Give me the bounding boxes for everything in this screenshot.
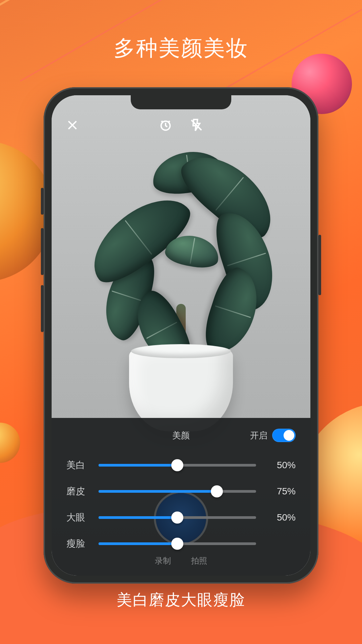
phone-screen: 录制 拍照 美颜 开启 美白50%磨皮75%大眼50%瘦脸 (52, 95, 310, 576)
slider-label: 大眼 (66, 511, 89, 524)
slider-fill (99, 516, 177, 519)
slider-label: 磨皮 (66, 485, 89, 498)
beauty-slider-row: 瘦脸 (66, 531, 296, 557)
slider-thumb[interactable] (211, 485, 223, 497)
phone-side-button (41, 188, 44, 215)
slider-label: 瘦脸 (66, 537, 89, 550)
phone-mockup: 录制 拍照 美颜 开启 美白50%磨皮75%大眼50%瘦脸 (44, 87, 318, 584)
decor-line (0, 0, 222, 29)
beauty-slider-row: 大眼50% (66, 504, 296, 531)
camera-top-toolbar (52, 113, 310, 137)
capture-mode-switch[interactable]: 录制 拍照 (155, 555, 207, 566)
slider-track[interactable] (99, 490, 256, 493)
phone-side-button (318, 235, 321, 295)
slider-fill (99, 542, 177, 545)
slider-thumb[interactable] (171, 538, 183, 550)
timer-icon[interactable] (158, 118, 173, 132)
page-title: 多种美颜美妆 (0, 34, 362, 63)
slider-track[interactable] (99, 516, 256, 519)
page-subtitle: 美白磨皮大眼瘦脸 (0, 590, 362, 610)
slider-fill (99, 490, 217, 493)
slider-fill (99, 464, 177, 467)
mode-record[interactable]: 录制 (155, 555, 171, 566)
beauty-slider-row: 磨皮75% (66, 478, 296, 504)
slider-thumb[interactable] (171, 459, 183, 471)
phone-side-button (41, 228, 44, 275)
slider-value: 50% (265, 460, 296, 471)
phone-notch (131, 95, 231, 109)
phone-side-button (41, 285, 44, 332)
flash-off-icon[interactable] (189, 118, 204, 132)
decor-sphere (0, 423, 20, 463)
slider-thumb[interactable] (171, 512, 183, 524)
slider-value: 50% (265, 512, 296, 523)
beauty-toggle-label: 开启 (250, 430, 267, 441)
slider-track[interactable] (99, 542, 256, 545)
beauty-panel-title: 美颜 (172, 430, 190, 441)
slider-track[interactable] (99, 464, 256, 467)
mode-photo[interactable]: 拍照 (191, 555, 207, 566)
slider-value: 75% (265, 486, 296, 497)
beauty-panel: 录制 拍照 美颜 开启 美白50%磨皮75%大眼50%瘦脸 (52, 418, 310, 576)
beauty-slider-row: 美白50% (66, 452, 296, 478)
close-icon[interactable] (65, 118, 80, 132)
beauty-toggle[interactable] (272, 429, 296, 442)
slider-label: 美白 (66, 459, 89, 472)
